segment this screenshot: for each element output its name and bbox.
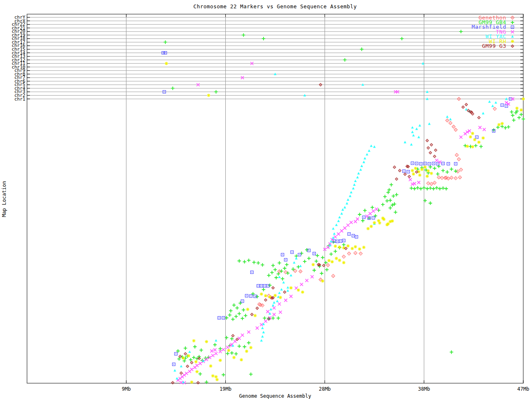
marker-point-wi_yac <box>295 257 298 259</box>
marker-point-wi_rh <box>362 246 365 249</box>
marker-point-wi_rh <box>335 257 338 260</box>
marker-point-gm99_gb4 <box>242 308 245 311</box>
marker-point-tng <box>375 207 378 210</box>
marker-point-wi_yac <box>360 165 363 167</box>
legend-marker-icon <box>511 30 514 33</box>
marker-point-tng <box>241 334 244 337</box>
marker-point-marshfield <box>355 235 358 238</box>
plot-border <box>27 14 523 383</box>
marker-point-wi_yac <box>286 286 289 288</box>
marker-point-tng <box>356 217 359 220</box>
marker-point-marshfield <box>454 163 457 165</box>
marker-point-wi_rh <box>254 314 257 317</box>
marker-point-genethon <box>449 121 452 125</box>
marker-point-marshfield <box>245 294 248 297</box>
x-tick-label: 47Mb <box>517 386 530 392</box>
marker-point-gm99_g3 <box>256 307 259 309</box>
marker-point-gm99_gb4 <box>329 252 332 256</box>
marker-point-marshfield <box>411 162 414 165</box>
marker-point-gm99_gb4 <box>426 187 429 190</box>
marker-point-gm99_gb4 <box>342 243 345 246</box>
marker-point-genethon <box>430 182 433 185</box>
marker-point-genethon <box>326 264 330 267</box>
marker-point-gm99_gb4 <box>433 167 436 170</box>
marker-point-gm99_gb4 <box>237 345 241 348</box>
marker-point-gm99_gb4 <box>232 303 236 307</box>
marker-point-marshfield <box>336 240 339 243</box>
marker-point-wi_yac <box>346 202 348 204</box>
marker-point-tng <box>478 126 481 129</box>
marker-point-tng <box>278 303 281 305</box>
marker-point-wi_yac <box>357 172 360 175</box>
marker-point-genethon <box>450 176 453 179</box>
marker-point-gm99_gb4 <box>361 219 365 222</box>
marker-point-genethon <box>454 128 457 131</box>
marker-point-marshfield <box>403 170 406 172</box>
marker-point-wi_rh <box>194 360 197 363</box>
marker-point-wi_rh <box>205 340 208 343</box>
marker-point-genethon <box>440 176 443 180</box>
marker-point-wi_rh <box>207 94 210 97</box>
marker-point-wi_yac <box>290 274 292 276</box>
marker-point-gm99_g3 <box>184 352 187 355</box>
marker-point-marshfield <box>222 316 225 319</box>
marker-point-gm99_gb4 <box>512 118 515 122</box>
marker-point-gm99_gb4 <box>416 186 419 190</box>
marker-point-wi_rh <box>328 259 331 262</box>
marker-point-gm99_gb4 <box>193 345 197 348</box>
marker-point-gm99_gb4 <box>273 268 277 271</box>
marker-point-gm99_gb4 <box>276 316 280 320</box>
marker-point-gm99_g3 <box>426 139 429 142</box>
marker-point-wi_yac <box>368 149 370 152</box>
marker-point-wi_rh <box>190 380 193 384</box>
marker-point-wi_yac <box>261 335 264 337</box>
marker-point-gm99_gb4 <box>446 170 449 174</box>
legend-marker-icon <box>511 35 514 38</box>
marker-point-wi_yac <box>299 265 302 267</box>
marker-point-wi_rh <box>471 132 474 135</box>
marker-point-marshfield <box>447 163 450 165</box>
marker-point-wi_rh <box>273 294 277 297</box>
marker-point-gm99_gb4 <box>371 206 374 209</box>
marker-point-tng <box>483 128 485 131</box>
marker-point-gm99_gb4 <box>241 317 244 320</box>
marker-point-genethon <box>446 119 449 122</box>
marker-point-gm99_gb4 <box>320 272 323 275</box>
marker-point-gm99_gb4 <box>381 203 384 206</box>
marker-point-gm99_g3 <box>465 103 468 106</box>
x-tick-label: 38Mb <box>418 386 430 392</box>
marker-point-gm99_gb4 <box>198 372 202 375</box>
marker-point-tng <box>214 348 217 351</box>
marker-point-gm99_gb4 <box>262 37 265 40</box>
marker-point-wi_rh <box>498 123 501 126</box>
marker-point-gm99_gb4 <box>441 169 445 172</box>
marker-point-wi_rh <box>264 294 267 298</box>
marker-point-gm99_gb4 <box>231 318 234 321</box>
marker-point-marshfield <box>291 251 293 254</box>
marker-point-wi_yac <box>188 350 191 353</box>
marker-point-wi_yac <box>332 236 335 239</box>
marker-point-tng <box>334 235 337 238</box>
marker-point-gm99_gb4 <box>200 348 203 352</box>
marker-point-gm99_g3 <box>264 299 267 301</box>
marker-point-genethon <box>452 125 455 128</box>
marker-point-marshfield <box>501 104 504 107</box>
marker-point-wi_rh <box>477 140 480 144</box>
marker-point-wi_rh <box>378 221 382 224</box>
marker-point-marshfield <box>251 271 254 274</box>
marker-point-wi_yac <box>411 131 414 133</box>
marker-point-gm99_gb4 <box>278 261 281 264</box>
marker-point-gm99_g3 <box>399 169 401 172</box>
marker-point-genethon <box>458 176 462 179</box>
marker-point-marshfield <box>313 252 316 255</box>
marker-point-gm99_gb4 <box>230 337 234 340</box>
marker-point-wi_rh <box>240 358 243 362</box>
marker-point-gm99_g3 <box>433 155 436 158</box>
marker-point-genethon <box>455 153 458 157</box>
marker-point-wi_rh <box>182 357 185 360</box>
marker-point-genethon <box>342 255 345 259</box>
chromosome-row-label: chr1 <box>15 96 26 102</box>
marker-point-wi_yac <box>370 145 372 147</box>
x-tick-label: 19Mb <box>219 386 232 392</box>
marker-point-tng <box>234 340 236 343</box>
